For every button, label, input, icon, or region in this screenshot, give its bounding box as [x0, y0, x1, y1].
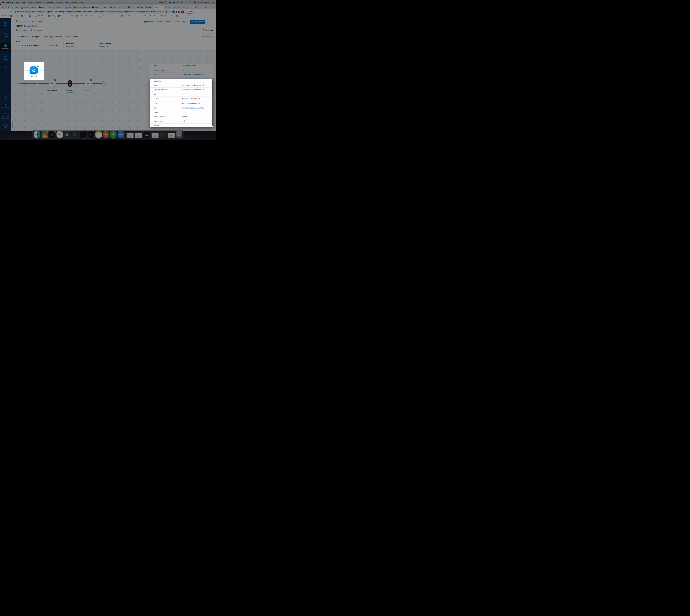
desktop: Chrome File Edit View History Bookmarks …	[0, 0, 216, 140]
metadata-value[interactable]: sha256:658c8eae64831...	[182, 98, 202, 100]
chevron-up-icon[interactable]: ∧	[151, 112, 152, 113]
metadata-row: SHA sha256:658c8eae64831...	[150, 101, 213, 106]
label-row: app.harness.io 100hello	[150, 114, 213, 119]
label-section-header[interactable]: ∧ Label	[150, 111, 213, 114]
metadata-row: url https://harness.jfrog.io/artifa...	[150, 106, 213, 110]
metadata-value[interactable]: four	[182, 93, 185, 95]
service-gear-icon: ⚙	[32, 68, 36, 73]
label-row: version 4.0	[150, 124, 213, 127]
metadata-value[interactable]: harness-ken-docker-repo-1.jf...	[182, 89, 205, 91]
metadata-panel-spotlight: ∧ Metadata image harness-ken-docker-repo…	[150, 79, 213, 127]
label-value[interactable]: 100hello	[182, 116, 188, 117]
metadata-value[interactable]: sha256:658c8eae64831...	[182, 103, 202, 104]
label-value[interactable]: 4.0	[182, 125, 184, 127]
metadata-row: tag four	[150, 92, 213, 97]
service-node-spotlight: ⚙ </> ✓ Service	[24, 62, 44, 80]
metadata-row: registryHostname harness-ken-docker-repo…	[150, 88, 213, 92]
metadata-row: SHAV2 sha256:658c8eae64831...	[150, 97, 213, 101]
node-service[interactable]: ⚙ </>	[30, 66, 38, 74]
chevron-up-icon[interactable]: ∧	[151, 80, 152, 82]
label-row: app.harness 31.0	[150, 119, 213, 124]
metadata-value[interactable]: https://harness.jfrog.io/artifa...	[182, 107, 204, 109]
label-value[interactable]: 31.0	[182, 120, 185, 122]
metadata-section-header[interactable]: ∧ Metadata	[150, 79, 213, 83]
metadata-row: image harness-ken-docker-repo-1.jf...	[150, 83, 213, 88]
metadata-value[interactable]: harness-ken-docker-repo-1.jf...	[182, 84, 205, 86]
panel-scrollbar[interactable]	[212, 79, 213, 126]
node-label[interactable]: Service	[25, 75, 42, 78]
success-check-icon: ✓	[37, 65, 39, 68]
